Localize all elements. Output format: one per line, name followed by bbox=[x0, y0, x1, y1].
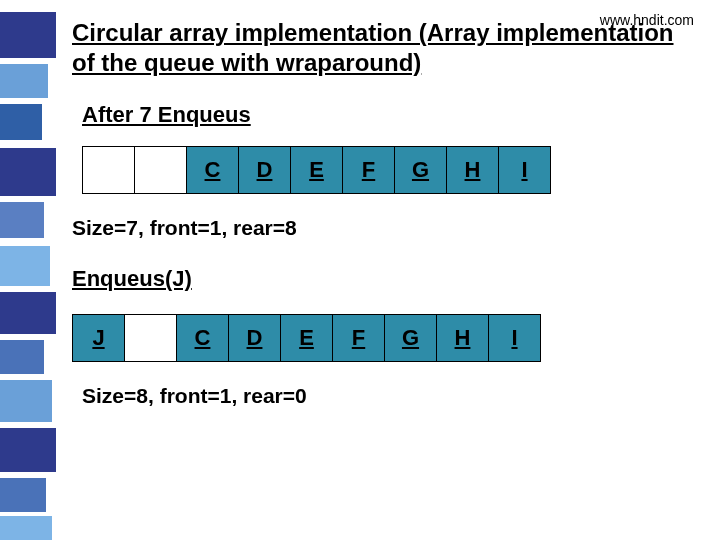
slide-content: Circular array implementation (Array imp… bbox=[72, 18, 700, 408]
sidebar-block bbox=[0, 340, 44, 374]
sidebar-block bbox=[0, 380, 52, 422]
array-cell bbox=[134, 146, 187, 194]
array-cell: H bbox=[446, 146, 499, 194]
title-line-2: of the queue with wraparound) bbox=[72, 49, 421, 76]
array-cell: C bbox=[176, 314, 229, 362]
decorative-sidebar bbox=[0, 0, 60, 540]
array-cell: E bbox=[290, 146, 343, 194]
section1-status: Size=7, front=1, rear=8 bbox=[72, 216, 700, 240]
sidebar-block bbox=[0, 246, 50, 286]
array-2: JCDEFGHI bbox=[72, 314, 700, 362]
array-cell: D bbox=[238, 146, 291, 194]
section2-heading: Enqueus(J) bbox=[72, 266, 700, 292]
array-cell: I bbox=[498, 146, 551, 194]
array-cell: G bbox=[394, 146, 447, 194]
sidebar-block bbox=[0, 148, 56, 196]
array-cell bbox=[124, 314, 177, 362]
array-cell bbox=[82, 146, 135, 194]
array-cell: G bbox=[384, 314, 437, 362]
sidebar-block bbox=[0, 516, 52, 540]
section1-heading: After 7 Enqueus bbox=[82, 102, 700, 128]
slide-title: Circular array implementation (Array imp… bbox=[72, 18, 700, 78]
sidebar-block bbox=[0, 202, 44, 238]
sidebar-block bbox=[0, 292, 56, 334]
sidebar-block bbox=[0, 428, 56, 472]
array-cell: F bbox=[342, 146, 395, 194]
array-cell: E bbox=[280, 314, 333, 362]
array-cell: C bbox=[186, 146, 239, 194]
array-cell: F bbox=[332, 314, 385, 362]
title-line-1: Circular array implementation (Array imp… bbox=[72, 19, 674, 46]
sidebar-block bbox=[0, 12, 56, 58]
array-cell: D bbox=[228, 314, 281, 362]
sidebar-block bbox=[0, 478, 46, 512]
section2-status: Size=8, front=1, rear=0 bbox=[82, 384, 700, 408]
sidebar-block bbox=[0, 104, 42, 140]
array-cell: J bbox=[72, 314, 125, 362]
array-1: CDEFGHI bbox=[82, 146, 700, 194]
sidebar-block bbox=[0, 64, 48, 98]
array-cell: I bbox=[488, 314, 541, 362]
array-cell: H bbox=[436, 314, 489, 362]
